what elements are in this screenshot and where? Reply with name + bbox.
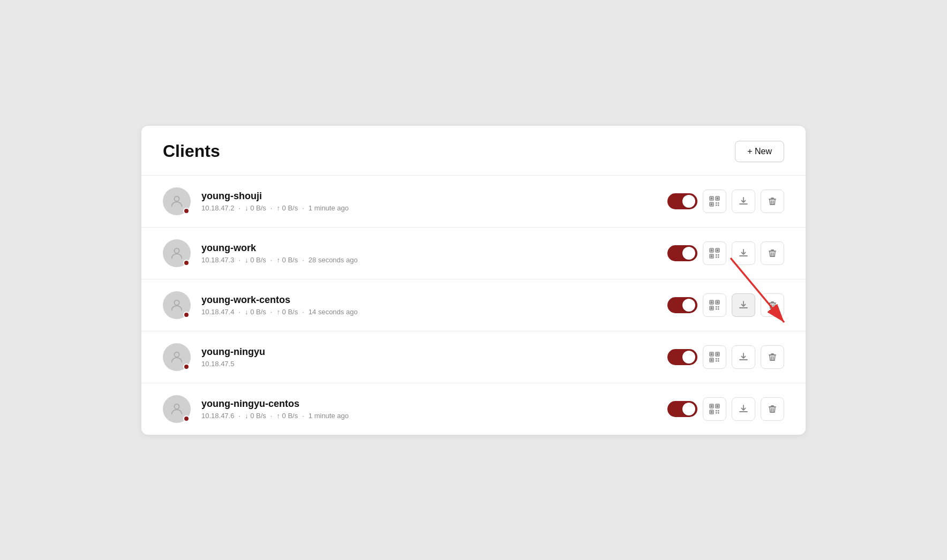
qr-button-young-work-centos[interactable] [703,293,726,317]
client-actions-young-work-centos [667,293,784,317]
download-button-young-shouji[interactable] [732,190,755,213]
svg-rect-21 [718,256,719,258]
client-meta-young-work: 10.18.47.3 · ↓ 0 B/s · ↑ 0 B/s · 28 seco… [201,256,657,264]
client-down: ↓ 0 B/s [245,308,266,316]
client-row-young-ningyu-centos: young-ningyu-centos 10.18.47.6 · ↓ 0 B/s… [141,383,806,435]
client-name-young-shouji: young-shouji [201,191,657,202]
delete-button-young-shouji[interactable] [761,190,784,213]
header: Clients + New [141,126,806,176]
page-title: Clients [163,141,220,161]
client-ip: 10.18.47.5 [201,360,234,368]
delete-button-young-work[interactable] [761,241,784,265]
svg-rect-56 [718,412,719,414]
client-row-young-ningyu: young-ningyu10.18.47.5 [141,331,806,383]
toggle-young-work-centos[interactable] [667,297,697,313]
client-info-young-shouji: young-shouji 10.18.47.2 · ↓ 0 B/s · ↑ 0 … [201,191,657,212]
qr-button-young-ningyu[interactable] [703,345,726,369]
trash-icon [768,352,777,362]
svg-rect-32 [718,308,719,310]
client-name-young-work-centos: young-work-centos [201,294,657,306]
client-name-young-ningyu-centos: young-ningyu-centos [201,398,657,410]
delete-button-young-work-centos[interactable] [761,293,784,317]
avatar-wrap-young-ningyu-centos [163,395,191,423]
svg-rect-55 [716,412,717,414]
clients-card: Clients + New young-shouji 10.18.47.2 · … [141,126,806,435]
dot-sep: · [238,412,240,420]
status-dot-young-ningyu-centos [183,415,190,422]
svg-rect-20 [716,256,717,258]
svg-rect-53 [716,410,717,412]
svg-rect-8 [718,202,719,204]
client-up: ↑ 0 B/s [276,204,298,212]
client-down: ↓ 0 B/s [245,256,266,264]
delete-button-young-ningyu[interactable] [761,345,784,369]
qr-button-young-ningyu-centos[interactable] [703,397,726,421]
trash-icon [768,404,777,414]
qr-icon [709,351,720,363]
clients-list: young-shouji 10.18.47.2 · ↓ 0 B/s · ↑ 0 … [141,176,806,435]
client-up: ↑ 0 B/s [276,256,298,264]
svg-rect-18 [716,254,717,256]
dot-sep2: · [270,256,273,264]
download-button-young-ningyu[interactable] [732,345,755,369]
trash-icon [768,196,777,206]
svg-rect-17 [711,255,713,257]
status-dot-young-work-centos [183,312,190,318]
client-meta-young-ningyu-centos: 10.18.47.6 · ↓ 0 B/s · ↑ 0 B/s · 1 minut… [201,412,657,420]
download-button-young-ningyu-centos[interactable] [732,397,755,421]
client-ip: 10.18.47.3 [201,256,234,264]
svg-rect-26 [717,301,719,303]
client-meta-young-shouji: 10.18.47.2 · ↓ 0 B/s · ↑ 0 B/s · 1 minut… [201,204,657,212]
toggle-young-ningyu[interactable] [667,349,697,365]
svg-rect-29 [716,306,717,308]
qr-button-young-shouji[interactable] [703,190,726,213]
status-dot-young-work [183,260,190,266]
dot-sep2: · [270,412,273,420]
client-ip: 10.18.47.6 [201,412,234,420]
client-up: ↑ 0 B/s [276,308,298,316]
svg-rect-31 [716,308,717,310]
svg-rect-4 [717,197,719,199]
client-row-young-work-centos: young-work-centos 10.18.47.4 · ↓ 0 B/s ·… [141,279,806,331]
toggle-young-work[interactable] [667,245,697,261]
client-up: ↑ 0 B/s [276,412,298,420]
client-time: 28 seconds ago [309,256,358,264]
download-button-young-work-centos[interactable] [732,293,755,317]
toggle-thumb [682,195,695,208]
dot-sep2: · [270,204,273,212]
dot-sep: · [238,308,240,316]
client-actions-young-work [667,241,784,265]
client-row-young-shouji: young-shouji 10.18.47.2 · ↓ 0 B/s · ↑ 0 … [141,176,806,228]
toggle-young-shouji[interactable] [667,193,697,209]
delete-button-young-ningyu-centos[interactable] [761,397,784,421]
avatar-wrap-young-shouji [163,187,191,215]
svg-rect-28 [711,307,713,309]
svg-rect-50 [717,405,719,407]
client-meta-young-work-centos: 10.18.47.4 · ↓ 0 B/s · ↑ 0 B/s · 14 seco… [201,308,657,316]
svg-rect-44 [716,360,717,362]
new-button[interactable]: + New [735,141,784,162]
svg-rect-2 [711,197,713,199]
qr-icon [709,195,720,207]
toggle-thumb [682,403,695,415]
qr-icon [709,299,720,311]
svg-rect-15 [717,249,719,251]
toggle-thumb [682,299,695,312]
svg-rect-6 [711,203,713,205]
client-meta-young-ningyu: 10.18.47.5 [201,360,657,368]
svg-rect-43 [718,358,719,360]
client-actions-young-ningyu [667,345,784,369]
client-time: 14 seconds ago [309,308,358,316]
avatar-wrap-young-work [163,239,191,267]
download-icon [739,352,748,362]
download-button-young-work[interactable] [732,241,755,265]
client-time: 1 minute ago [309,412,349,420]
svg-rect-54 [718,410,719,412]
dot-sep2: · [270,308,273,316]
toggle-young-ningyu-centos[interactable] [667,401,697,417]
qr-icon [709,247,720,259]
svg-rect-48 [711,405,713,407]
client-name-young-work: young-work [201,243,657,254]
svg-rect-45 [718,360,719,362]
qr-button-young-work[interactable] [703,241,726,265]
